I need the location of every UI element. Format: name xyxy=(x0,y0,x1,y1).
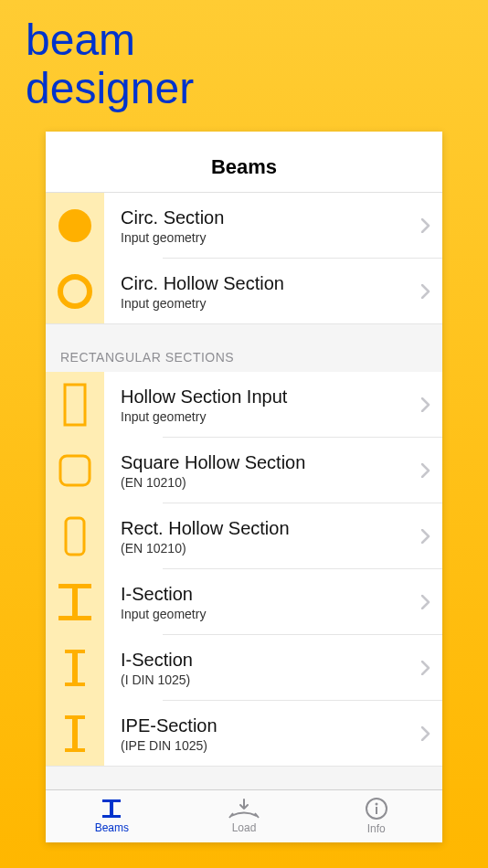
svg-rect-4 xyxy=(66,518,84,555)
chevron-right-icon xyxy=(421,463,430,478)
rect-hollow-tall-icon xyxy=(59,383,90,427)
list-item[interactable]: Hollow Section InputInput geometry xyxy=(46,372,442,438)
tab-info[interactable]: Info xyxy=(310,790,442,842)
chevron-right-icon xyxy=(421,726,430,741)
list-item-title: Hollow Section Input xyxy=(121,386,409,408)
screen-header: Beams xyxy=(46,132,442,193)
section-group: Hollow Section InputInput geometrySquare… xyxy=(46,372,442,767)
app-title: beam designer xyxy=(0,0,488,113)
list-item-text: Circ. Hollow SectionInput geometry xyxy=(104,261,409,322)
list-item[interactable]: Rect. Hollow Section(EN 10210) xyxy=(46,503,442,569)
rect-hollow-tall-rounded-icon xyxy=(59,514,90,558)
list-item-text: I-Section(I DIN 1025) xyxy=(104,638,409,698)
section-group: Circ. SectionInput geometryCirc. Hollow … xyxy=(46,193,442,324)
list-item-icon-cell xyxy=(46,193,104,259)
list-item[interactable]: Square Hollow Section(EN 10210) xyxy=(46,438,442,503)
list-item-subtitle: Input geometry xyxy=(121,409,409,424)
disclosure-indicator xyxy=(409,284,442,299)
svg-rect-3 xyxy=(60,456,90,485)
svg-rect-19 xyxy=(376,807,377,814)
tab-label: Beams xyxy=(95,821,129,834)
tab-label: Load xyxy=(232,821,257,834)
list-item[interactable]: Circ. SectionInput geometry xyxy=(46,193,442,259)
list-item[interactable]: I-Section(I DIN 1025) xyxy=(46,635,442,701)
chevron-right-icon xyxy=(421,397,430,412)
list-item-title: I-Section xyxy=(121,583,409,605)
list-item-text: Hollow Section InputInput geometry xyxy=(104,375,409,435)
tab-beams[interactable]: Beams xyxy=(46,790,178,842)
tab-load[interactable]: Load xyxy=(178,790,311,842)
i-section-narrow-icon xyxy=(61,714,89,754)
app-title-line2: designer xyxy=(26,64,194,112)
list-item-icon-cell xyxy=(46,569,104,635)
list-item-icon-cell xyxy=(46,259,104,324)
svg-rect-7 xyxy=(58,616,91,620)
page-title: Beams xyxy=(46,155,442,179)
svg-rect-15 xyxy=(110,801,113,816)
list-item-subtitle: (I DIN 1025) xyxy=(121,672,409,687)
list-item-text: IPE-Section(IPE DIN 1025) xyxy=(104,704,409,764)
list-item-subtitle: Input geometry xyxy=(121,607,409,621)
svg-rect-6 xyxy=(72,587,78,618)
load-tab-icon xyxy=(228,798,260,820)
list-item-text: Rect. Hollow Section(EN 10210) xyxy=(104,506,409,566)
i-section-narrow-icon xyxy=(61,648,89,688)
beams-tab-icon xyxy=(100,798,123,820)
i-section-wide-icon xyxy=(57,582,93,622)
list-item[interactable]: Circ. Hollow SectionInput geometry xyxy=(46,259,442,324)
list-item-title: Circ. Hollow Section xyxy=(121,272,409,294)
tab-bar: Beams Load Info xyxy=(46,789,442,842)
svg-point-1 xyxy=(60,277,90,306)
list-item-icon-cell xyxy=(46,503,104,569)
phone-screen: Beams Circ. SectionInput geometryCirc. H… xyxy=(46,132,442,842)
svg-rect-16 xyxy=(102,815,121,818)
svg-rect-2 xyxy=(65,385,85,425)
svg-rect-10 xyxy=(65,683,85,686)
section-header: RECTANGULAR SECTIONS xyxy=(46,324,442,372)
chevron-right-icon xyxy=(421,284,430,299)
list-item-title: Square Hollow Section xyxy=(121,451,409,473)
list-item-icon-cell xyxy=(46,372,104,438)
list-item-title: IPE-Section xyxy=(121,715,409,736)
svg-rect-12 xyxy=(72,717,78,750)
rect-hollow-square-rounded-icon xyxy=(57,452,93,489)
list-item-subtitle: Input geometry xyxy=(121,230,409,245)
list-item-title: Circ. Section xyxy=(121,206,409,228)
list-item-icon-cell xyxy=(46,701,104,767)
list-item[interactable]: I-SectionInput geometry xyxy=(46,569,442,635)
chevron-right-icon xyxy=(421,595,430,609)
list-item-text: Square Hollow Section(EN 10210) xyxy=(104,440,409,501)
disclosure-indicator xyxy=(409,397,442,412)
disclosure-indicator xyxy=(409,218,442,233)
list-item-subtitle: (EN 10210) xyxy=(121,475,409,490)
disclosure-indicator xyxy=(409,726,442,741)
list-item-subtitle: (EN 10210) xyxy=(121,541,409,556)
list-item-icon-cell xyxy=(46,438,104,503)
list-item-subtitle: Input geometry xyxy=(121,296,409,311)
svg-rect-13 xyxy=(65,748,85,752)
chevron-right-icon xyxy=(421,218,430,233)
svg-point-18 xyxy=(375,803,377,806)
svg-rect-9 xyxy=(72,651,78,684)
info-tab-icon xyxy=(365,797,388,820)
list-item-text: I-SectionInput geometry xyxy=(104,572,409,632)
list-item-text: Circ. SectionInput geometry xyxy=(104,196,409,256)
chevron-right-icon xyxy=(421,661,430,675)
disclosure-indicator xyxy=(409,661,442,675)
circle-hollow-icon xyxy=(57,273,93,310)
list-item-subtitle: (IPE DIN 1025) xyxy=(121,738,409,753)
list-item[interactable]: IPE-Section(IPE DIN 1025) xyxy=(46,701,442,767)
app-title-line1: beam xyxy=(26,16,135,64)
disclosure-indicator xyxy=(409,595,442,609)
list-item-icon-cell xyxy=(46,635,104,701)
list-container: Circ. SectionInput geometryCirc. Hollow … xyxy=(46,193,442,789)
tab-label: Info xyxy=(367,822,386,835)
chevron-right-icon xyxy=(421,529,430,544)
list-item-title: I-Section xyxy=(121,649,409,671)
list-item-title: Rect. Hollow Section xyxy=(121,517,409,539)
svg-point-0 xyxy=(58,209,91,242)
disclosure-indicator xyxy=(409,529,442,544)
disclosure-indicator xyxy=(409,463,442,478)
circle-solid-icon xyxy=(57,207,93,244)
